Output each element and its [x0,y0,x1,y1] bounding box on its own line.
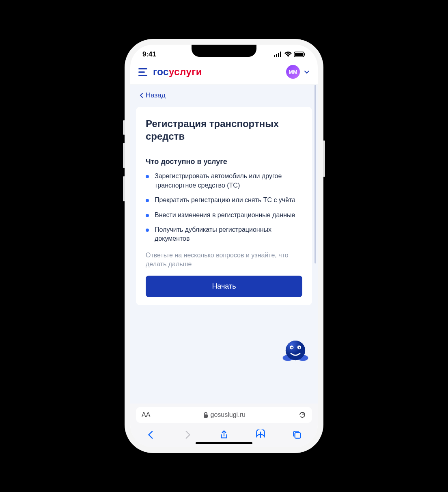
phone-notch [192,45,256,57]
browser-forward-icon [182,429,193,440]
back-link[interactable]: Назад [130,85,318,105]
logo-part2: услуги [169,66,202,77]
home-indicator[interactable] [196,442,252,444]
tabs-icon[interactable] [292,429,302,440]
avatar[interactable]: ММ [286,65,300,79]
phone-frame: 9:41 госуслуги ММ Назад [125,39,323,453]
svg-rect-3 [280,52,281,57]
service-card: Регистрация транспортных средств Что дос… [136,107,312,305]
share-icon[interactable] [219,429,229,440]
svg-rect-16 [295,433,301,438]
menu-button[interactable] [138,68,147,76]
status-time: 9:41 [142,50,156,58]
phone-side-button-right [323,140,325,177]
svg-rect-15 [204,414,208,418]
font-size-control[interactable]: AA [142,411,150,419]
list-item: Внести изменения в регистрационные данны… [146,211,302,220]
app-header: госуслуги ММ [130,61,318,85]
start-button[interactable]: Начать [146,276,302,297]
page-title: Регистрация транспортных средств [146,117,302,150]
wifi-icon [284,52,292,57]
phone-screen: 9:41 госуслуги ММ Назад [130,45,318,447]
svg-point-14 [299,347,300,349]
back-label: Назад [146,91,166,99]
section-subtitle: Что доступно в услуге [146,158,302,166]
bookmarks-icon[interactable] [255,429,266,440]
lock-icon [203,412,208,418]
status-icons [274,52,306,57]
bullet-list: Зарегистрировать автомобиль или другое т… [146,172,302,243]
hint-text: Ответьте на несколько вопросов и узнайте… [146,251,302,269]
svg-point-10 [286,341,305,360]
chevron-left-icon [139,93,143,98]
logo[interactable]: госуслуги [153,66,202,78]
assistant-mascot-icon[interactable] [280,336,310,366]
list-item: Получить дубликаты регистрационных докум… [146,225,302,244]
battery-icon [294,52,306,57]
svg-rect-0 [274,55,275,57]
url-text: gosuslugi.ru [211,411,246,419]
chevron-down-icon[interactable] [304,69,310,75]
list-item: Прекратить регистрацию или снять ТС с уч… [146,196,302,205]
svg-rect-6 [304,53,305,56]
browser-url-bar-container: AA gosuslugi.ru [130,404,318,425]
svg-rect-2 [278,53,279,57]
browser-back-icon[interactable] [146,429,156,440]
scrollbar[interactable] [314,85,316,263]
svg-rect-1 [276,54,277,57]
svg-point-13 [291,347,293,349]
reload-icon[interactable] [298,411,306,419]
phone-side-buttons-left [123,120,125,201]
svg-rect-5 [295,53,303,56]
logo-part1: гос [153,66,169,77]
list-item: Зарегистрировать автомобиль или другое т… [146,172,302,190]
url-bar[interactable]: AA gosuslugi.ru [136,407,312,423]
cellular-icon [274,52,282,57]
content-area: Назад Регистрация транспортных средств Ч… [130,85,318,404]
